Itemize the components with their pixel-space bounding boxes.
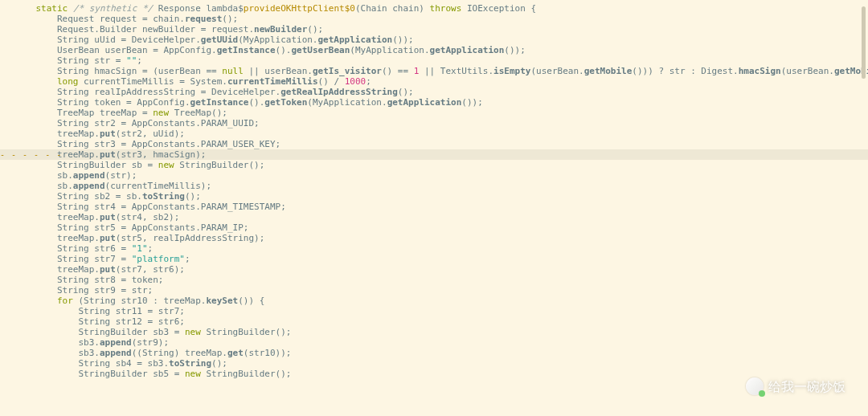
code-line[interactable]: String str11 = str7;	[0, 306, 868, 316]
wechat-icon	[746, 377, 764, 395]
code-editor-panel[interactable]: static /* synthetic */ Response lambda$p…	[0, 0, 868, 416]
code-line[interactable]: treeMap.put(str2, uUid);	[0, 128, 868, 139]
vertical-scrollbar[interactable]	[862, 3, 866, 416]
code-line[interactable]: String str = "";	[0, 55, 868, 66]
code-line[interactable]: sb3.append((String) treeMap.get(str10));	[0, 348, 868, 358]
code-line[interactable]: static /* synthetic */ Response lambda$p…	[0, 3, 868, 14]
code-line[interactable]: String str3 = AppConstants.PARAM_USER_KE…	[0, 139, 868, 149]
code-line[interactable]: String str7 = "platform";	[0, 254, 868, 264]
code-line[interactable]: - - - - - - treeMap.put(str3, hmacSign);	[0, 149, 868, 160]
code-line[interactable]: treeMap.put(str5, realIpAddressString);	[0, 233, 868, 243]
code-line[interactable]: StringBuilder sb5 = new StringBuilder();	[0, 369, 868, 379]
code-line[interactable]: String realIpAddressString = DeviceHelpe…	[0, 87, 868, 97]
code-line[interactable]: String uUid = DeviceHelper.getUUid(MyApp…	[0, 35, 868, 45]
scrollbar-thumb[interactable]	[862, 6, 866, 79]
code-line[interactable]: String sb2 = sb.toString();	[0, 191, 868, 202]
watermark-text: 给我一碗炒饭	[768, 381, 845, 392]
code-line[interactable]: Request.Builder newBuilder = request.new…	[0, 24, 868, 35]
code-line[interactable]: String str5 = AppConstants.PARAM_IP;	[0, 222, 868, 233]
code-line[interactable]: TreeMap treeMap = new TreeMap();	[0, 108, 868, 118]
code-line[interactable]: String str12 = str6;	[0, 316, 868, 327]
code-line[interactable]: Request request = chain.request();	[0, 14, 868, 24]
code-line[interactable]: sb.append(currentTimeMillis);	[0, 181, 868, 191]
code-line[interactable]: StringBuilder sb3 = new StringBuilder();	[0, 327, 868, 337]
code-lines-container: static /* synthetic */ Response lambda$p…	[0, 3, 868, 379]
code-line[interactable]: treeMap.put(str4, sb2);	[0, 212, 868, 222]
code-line[interactable]: String str9 = str;	[0, 285, 868, 296]
code-line[interactable]: String str6 = "1";	[0, 243, 868, 254]
code-line[interactable]: for (String str10 : treeMap.keySet()) {	[0, 296, 868, 306]
code-line[interactable]: sb3.append(str9);	[0, 337, 868, 348]
code-line[interactable]: UserBean userBean = AppConfig.getInstanc…	[0, 45, 868, 55]
code-line[interactable]: String str2 = AppConstants.PARAM_UUID;	[0, 118, 868, 128]
code-line[interactable]: String token = AppConfig.getInstance().g…	[0, 97, 868, 108]
code-line[interactable]: long currentTimeMillis = System.currentT…	[0, 76, 868, 87]
code-line[interactable]: String sb4 = sb3.toString();	[0, 358, 868, 369]
code-line[interactable]: String str8 = token;	[0, 275, 868, 285]
wechat-watermark: 给我一碗炒饭	[746, 377, 845, 395]
code-line[interactable]: sb.append(str);	[0, 170, 868, 181]
code-line[interactable]: String hmacSign = (userBean == null || u…	[0, 66, 868, 76]
code-line[interactable]: treeMap.put(str7, str6);	[0, 264, 868, 275]
code-line[interactable]: StringBuilder sb = new StringBuilder();	[0, 160, 868, 170]
code-line[interactable]: String str4 = AppConstants.PARAM_TIMESTA…	[0, 202, 868, 212]
